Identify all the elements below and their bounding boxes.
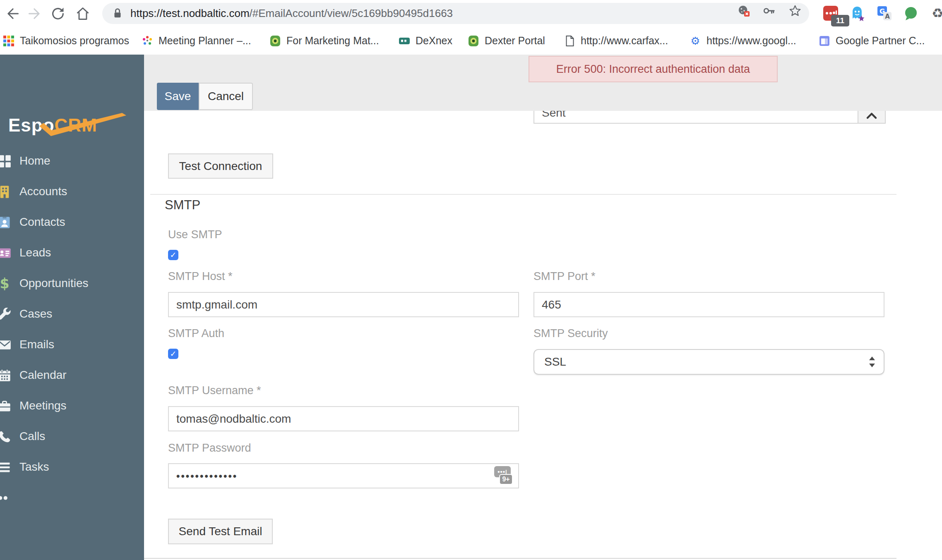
password-manager-icon[interactable]: •••| 9+ — [491, 466, 516, 486]
green-target-icon — [468, 35, 479, 47]
sidebar-item-leads[interactable]: Leads — [0, 237, 144, 268]
reload-icon[interactable] — [50, 6, 65, 21]
lock-icon — [111, 7, 124, 20]
smtp-port-label: SMTP Port * — [533, 270, 596, 283]
select-stepper-icon — [869, 357, 875, 367]
edit-header: Save Cancel Error 500: Incorrect authent… — [144, 55, 942, 111]
sidebar-item-contacts[interactable]: Contacts — [0, 207, 144, 237]
smtp-section-title: SMTP — [165, 198, 200, 213]
smtp-host-input[interactable] — [168, 292, 519, 317]
columns-icon — [819, 35, 830, 47]
chat-bubble-icon[interactable] — [903, 5, 919, 21]
svg-text:♻: ♻ — [932, 5, 942, 21]
smtp-security-value: SSL — [544, 355, 869, 369]
bookmark-dexter-portal[interactable]: Dexter Portal — [468, 27, 545, 55]
smtp-security-select[interactable]: SSL — [533, 349, 884, 375]
forward-icon[interactable] — [27, 6, 42, 21]
sparkle-icon — [142, 35, 153, 47]
sidebar-nav: Home Accounts Contacts Leads $ Opportuni… — [0, 146, 144, 513]
bookmark-dexnex[interactable]: DeXnex — [399, 27, 452, 55]
contact-card-icon — [0, 216, 11, 228]
calendar-icon — [0, 369, 11, 381]
sidebar-item-opportunities[interactable]: $ Opportunities — [0, 268, 144, 299]
briefcase-icon — [0, 400, 11, 412]
svg-text:⚙: ⚙ — [690, 35, 700, 47]
sidebar-item-cases[interactable]: Cases — [0, 299, 144, 329]
blue-gear-icon: ⚙ — [690, 35, 701, 47]
smtp-password-label: SMTP Password — [168, 442, 251, 455]
lead-card-icon — [0, 246, 11, 259]
key-icon[interactable] — [763, 5, 775, 17]
bookmark-taikomosios[interactable]: Taikomosios programos — [3, 27, 129, 55]
smtp-username-label: SMTP Username * — [168, 384, 261, 397]
browser-toolbar: https://test.nodbaltic.com/#EmailAccount… — [0, 0, 942, 27]
wrench-icon — [0, 308, 11, 320]
bookmark-for-marketing[interactable]: For Marketing Mat... — [269, 27, 379, 55]
test-connection-button[interactable]: Test Connection — [168, 153, 273, 179]
list-icon — [0, 461, 11, 473]
apps-grid-icon — [3, 35, 14, 47]
smtp-username-input[interactable] — [168, 406, 519, 431]
translate-icon[interactable]: GA — [877, 5, 892, 21]
sidebar-item-calls[interactable]: Calls — [0, 421, 144, 452]
recycle-icon[interactable]: ♻ — [930, 5, 942, 21]
smtp-password-input[interactable] — [169, 470, 491, 482]
bookmarks-bar: Taikomosios programos Meeting Planner –.… — [0, 27, 942, 55]
sidebar: EspoCRM Home Accounts Contacts Leads — [0, 55, 144, 560]
bookmark-meeting-planner[interactable]: Meeting Planner –... — [142, 27, 251, 55]
bookmark-star-icon[interactable] — [789, 5, 801, 17]
sidebar-item-calendar[interactable]: Calendar — [0, 360, 144, 390]
password-manager-badge: 9+ — [499, 474, 513, 485]
teal-badge-icon — [399, 35, 410, 47]
sidebar-item-accounts[interactable]: Accounts — [0, 176, 144, 207]
dollar-icon: $ — [0, 277, 11, 290]
back-icon[interactable] — [5, 6, 20, 21]
url-text: https://test.nodbaltic.com/#EmailAccount… — [130, 7, 453, 20]
extension-count-badge: 11 — [831, 15, 849, 26]
phone-icon — [0, 430, 11, 443]
smtp-auth-checkbox[interactable]: ✓ — [168, 349, 178, 359]
sidebar-item-more[interactable] — [0, 482, 144, 513]
smtp-password-field: •••| 9+ — [168, 463, 519, 488]
smtp-security-label: SMTP Security — [533, 327, 608, 340]
browser-window: https://test.nodbaltic.com/#EmailAccount… — [0, 0, 942, 560]
envelope-icon — [0, 338, 11, 351]
bookmark-google-partner[interactable]: Google Partner C... — [819, 27, 925, 55]
svg-text:A: A — [885, 13, 890, 20]
cookie-blocked-icon[interactable] — [738, 5, 750, 17]
home-button-icon[interactable] — [75, 6, 90, 21]
espocrm-logo[interactable]: EspoCRM — [8, 115, 97, 136]
ghostery-icon[interactable] — [849, 5, 865, 21]
bookmark-carfax[interactable]: http://www.carfax... — [564, 27, 668, 55]
sidebar-item-meetings[interactable]: Meetings — [0, 390, 144, 421]
use-smtp-checkbox[interactable]: ✓ — [168, 250, 178, 260]
error-alert: Error 500: Incorrect authentication data — [529, 56, 778, 82]
home-icon — [0, 155, 11, 167]
bookmark-google[interactable]: ⚙ https://www.googl... — [690, 27, 796, 55]
address-bar[interactable]: https://test.nodbaltic.com/#EmailAccount… — [102, 3, 809, 24]
svg-text:$: $ — [0, 277, 10, 290]
page-icon — [564, 35, 575, 47]
send-test-email-button[interactable]: Send Test Email — [168, 519, 273, 544]
smtp-auth-label: SMTP Auth — [168, 327, 224, 340]
green-target-icon — [269, 35, 281, 47]
sidebar-item-emails[interactable]: Emails — [0, 329, 144, 360]
building-icon — [0, 185, 11, 198]
section-divider — [150, 194, 896, 195]
more-dots-icon — [0, 491, 11, 504]
sidebar-item-home[interactable]: Home — [0, 146, 144, 176]
smtp-host-label: SMTP Host * — [168, 270, 233, 283]
cancel-button[interactable]: Cancel — [199, 83, 253, 110]
smtp-port-input[interactable] — [533, 292, 884, 317]
save-button[interactable]: Save — [157, 83, 199, 110]
sidebar-item-tasks[interactable]: Tasks — [0, 452, 144, 482]
use-smtp-label: Use SMTP — [168, 228, 222, 241]
